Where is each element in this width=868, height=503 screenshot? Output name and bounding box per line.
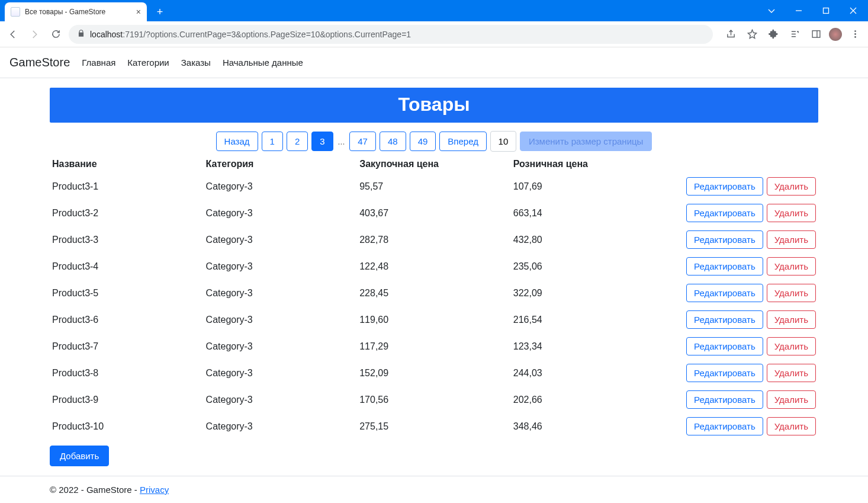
reload-button[interactable] [47, 26, 64, 43]
cell-purchase: 152,09 [357, 360, 511, 386]
sidepanel-icon[interactable] [808, 26, 824, 43]
footer-copyright: © 2022 - GameStore - [50, 485, 140, 495]
app-navbar: GameStore Главная Категории Заказы Начал… [0, 47, 868, 78]
page-47-button[interactable]: 47 [349, 132, 376, 151]
maximize-button[interactable] [812, 0, 840, 21]
edit-button[interactable]: Редактировать [686, 390, 763, 409]
address-bar[interactable]: localhost:7191/?options.CurrentPage=3&op… [69, 25, 713, 44]
cell-purchase: 282,78 [357, 226, 511, 253]
cell-purchase: 119,60 [357, 306, 511, 333]
table-row: Product3-4Category-3122,48235,06Редактир… [50, 253, 818, 280]
edit-button[interactable]: Редактировать [686, 417, 763, 435]
cell-category: Category-3 [204, 226, 358, 253]
table-row: Product3-9Category-3170,56202,66Редактир… [50, 386, 818, 413]
page-1-button[interactable]: 1 [262, 132, 283, 151]
cell-retail: 216,54 [511, 306, 665, 333]
cell-category: Category-3 [204, 360, 358, 386]
nav-link-categories[interactable]: Категории [127, 57, 169, 68]
chevron-down-icon[interactable] [758, 0, 785, 21]
edit-button[interactable]: Редактировать [686, 337, 763, 355]
edit-button[interactable]: Редактировать [686, 310, 763, 329]
share-icon[interactable] [722, 26, 739, 43]
page-2-button[interactable]: 2 [287, 132, 308, 151]
page-back-button[interactable]: Назад [216, 132, 258, 151]
cell-name: Product3-10 [50, 413, 204, 440]
add-button[interactable]: Добавить [50, 446, 109, 466]
page-forward-button[interactable]: Вперед [439, 132, 487, 151]
lock-icon [77, 29, 85, 39]
browser-tab[interactable]: Все товары - GameStore × [5, 2, 147, 21]
delete-button[interactable]: Удалить [767, 417, 816, 435]
svg-point-5 [854, 33, 856, 35]
toolbar-right [722, 26, 863, 43]
nav-link-orders[interactable]: Заказы [181, 57, 211, 68]
edit-button[interactable]: Редактировать [686, 284, 763, 302]
edit-button[interactable]: Редактировать [686, 230, 763, 249]
delete-button[interactable]: Удалить [767, 364, 816, 382]
forward-button[interactable] [26, 26, 43, 43]
cell-category: Category-3 [204, 386, 358, 413]
privacy-link[interactable]: Privacy [140, 485, 169, 495]
cell-name: Product3-4 [50, 253, 204, 280]
back-button[interactable] [5, 26, 21, 43]
edit-button[interactable]: Редактировать [686, 204, 763, 222]
extensions-icon[interactable] [765, 26, 782, 43]
products-table: Название Категория Закупочная цена Розни… [50, 158, 818, 440]
star-icon[interactable] [744, 26, 760, 43]
table-row: Product3-8Category-3152,09244,03Редактир… [50, 360, 818, 386]
cell-purchase: 122,48 [357, 253, 511, 280]
table-row: Product3-1Category-395,57107,69Редактиро… [50, 173, 818, 200]
cell-category: Category-3 [204, 333, 358, 360]
footer: © 2022 - GameStore - Privacy [0, 476, 868, 503]
col-category: Категория [204, 158, 358, 173]
window-title-bar: Все товары - GameStore × + [0, 0, 868, 21]
edit-button[interactable]: Редактировать [686, 364, 763, 382]
menu-icon[interactable] [847, 26, 863, 43]
change-page-size-button[interactable]: Изменить размер страницы [520, 132, 652, 151]
cell-purchase: 228,45 [357, 280, 511, 306]
cell-category: Category-3 [204, 200, 358, 226]
profile-avatar[interactable] [829, 28, 842, 41]
new-tab-button[interactable]: + [152, 4, 168, 20]
delete-button[interactable]: Удалить [767, 310, 816, 329]
delete-button[interactable]: Удалить [767, 390, 816, 409]
url-text: localhost:7191/?options.CurrentPage=3&op… [90, 30, 411, 39]
cell-name: Product3-8 [50, 360, 204, 386]
col-name: Название [50, 158, 204, 173]
delete-button[interactable]: Удалить [767, 177, 816, 196]
cell-name: Product3-1 [50, 173, 204, 200]
page-49-button[interactable]: 49 [410, 132, 436, 151]
nav-link-home[interactable]: Главная [82, 57, 115, 68]
delete-button[interactable]: Удалить [767, 230, 816, 249]
page-3-button[interactable]: 3 [311, 132, 333, 151]
cell-purchase: 403,67 [357, 200, 511, 226]
cell-purchase: 170,56 [357, 386, 511, 413]
delete-button[interactable]: Удалить [767, 337, 816, 355]
delete-button[interactable]: Удалить [767, 204, 816, 222]
page-ellipsis: ... [337, 137, 346, 146]
edit-button[interactable]: Редактировать [686, 257, 763, 275]
brand[interactable]: GameStore [9, 56, 70, 69]
close-tab-icon[interactable]: × [136, 7, 141, 17]
edit-button[interactable]: Редактировать [686, 177, 763, 196]
table-row: Product3-3Category-3282,78432,80Редактир… [50, 226, 818, 253]
cell-retail: 235,06 [511, 253, 665, 280]
close-window-button[interactable] [840, 0, 867, 21]
table-row: Product3-6Category-3119,60216,54Редактир… [50, 306, 818, 333]
delete-button[interactable]: Удалить [767, 257, 816, 275]
nav-link-seed[interactable]: Начальные данные [223, 57, 303, 68]
delete-button[interactable]: Удалить [767, 284, 816, 302]
cell-name: Product3-7 [50, 333, 204, 360]
page-48-button[interactable]: 48 [380, 132, 406, 151]
cell-name: Product3-3 [50, 226, 204, 253]
svg-rect-1 [824, 8, 829, 14]
table-row: Product3-10Category-3275,15348,46Редакти… [50, 413, 818, 440]
page-size-input[interactable] [490, 131, 516, 152]
minimize-button[interactable] [785, 0, 812, 21]
cell-purchase: 275,15 [357, 413, 511, 440]
cell-category: Category-3 [204, 253, 358, 280]
cell-retail: 663,14 [511, 200, 665, 226]
media-icon[interactable] [786, 26, 803, 43]
cell-name: Product3-2 [50, 200, 204, 226]
cell-retail: 123,34 [511, 333, 665, 360]
